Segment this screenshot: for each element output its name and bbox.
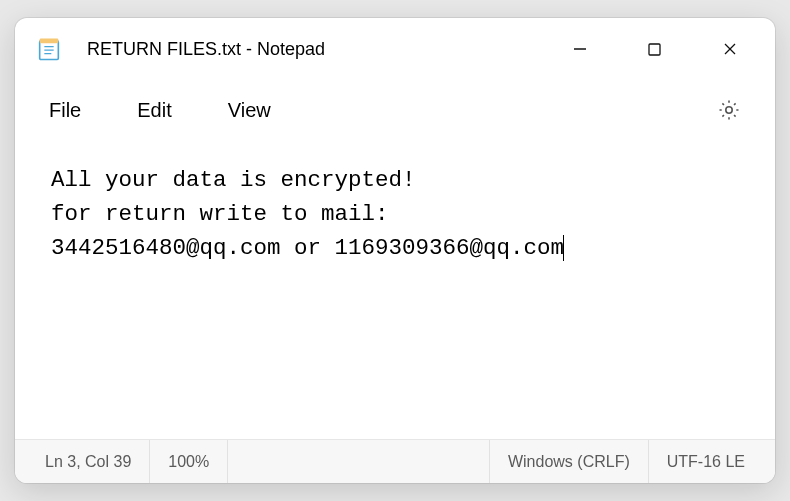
window-title: RETURN FILES.txt - Notepad bbox=[87, 39, 542, 60]
status-encoding: UTF-16 LE bbox=[649, 440, 763, 483]
editor-content: All your data is encrypted! for return w… bbox=[51, 167, 564, 261]
menu-file[interactable]: File bbox=[45, 95, 85, 126]
menu-edit[interactable]: Edit bbox=[133, 95, 175, 126]
text-editor[interactable]: All your data is encrypted! for return w… bbox=[15, 140, 775, 439]
maximize-button[interactable] bbox=[617, 18, 692, 80]
menu-view[interactable]: View bbox=[224, 95, 275, 126]
status-position: Ln 3, Col 39 bbox=[27, 440, 150, 483]
gear-icon bbox=[717, 98, 741, 122]
status-zoom[interactable]: 100% bbox=[150, 440, 228, 483]
minimize-icon bbox=[573, 42, 587, 56]
maximize-icon bbox=[648, 43, 661, 56]
notepad-icon bbox=[35, 35, 63, 63]
window-controls bbox=[542, 18, 767, 80]
text-caret bbox=[563, 235, 564, 261]
close-button[interactable] bbox=[692, 18, 767, 80]
status-line-ending: Windows (CRLF) bbox=[490, 440, 649, 483]
menubar: File Edit View bbox=[15, 80, 775, 140]
settings-button[interactable] bbox=[715, 96, 743, 124]
statusbar: Ln 3, Col 39 100% Windows (CRLF) UTF-16 … bbox=[15, 439, 775, 483]
minimize-button[interactable] bbox=[542, 18, 617, 80]
titlebar[interactable]: RETURN FILES.txt - Notepad bbox=[15, 18, 775, 80]
notepad-window: RETURN FILES.txt - Notepad File Edit Vie… bbox=[15, 18, 775, 483]
close-icon bbox=[723, 42, 737, 56]
svg-rect-6 bbox=[649, 44, 660, 55]
svg-point-9 bbox=[726, 107, 732, 113]
svg-rect-1 bbox=[40, 39, 59, 44]
